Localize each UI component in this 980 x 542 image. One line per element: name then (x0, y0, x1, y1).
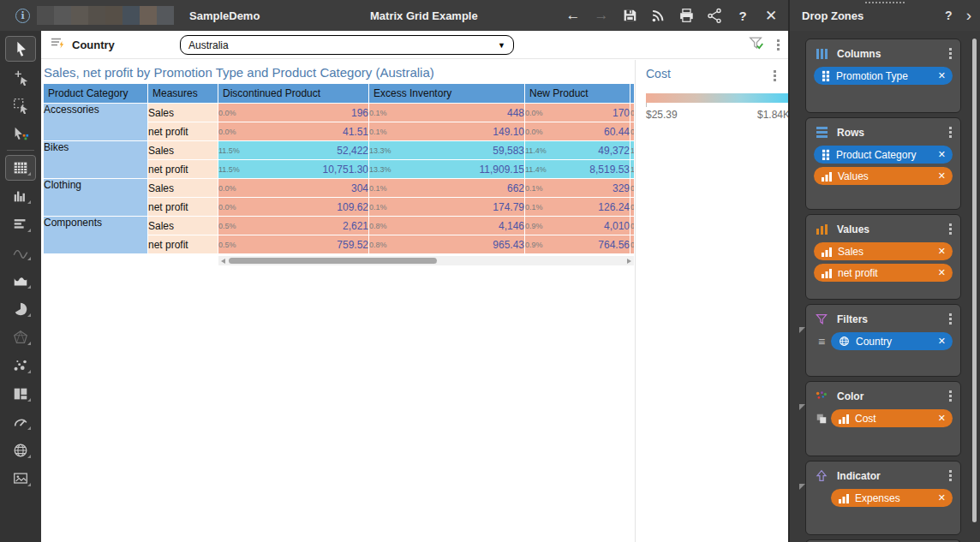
matrix-cell[interactable]: 0.9%764.56 (525, 235, 630, 254)
section-menu-icon[interactable] (946, 123, 955, 141)
drop-zones-help-icon[interactable]: ? (945, 9, 953, 22)
measure-cell[interactable]: Sales (148, 141, 218, 160)
area-chart-tool[interactable] (0, 266, 41, 295)
remove-icon[interactable]: ✕ (938, 267, 946, 278)
matrix-cell[interactable]: 11.4%8,519.53 (525, 160, 630, 179)
matrix-cell[interactable]: 0.0%60.44 (525, 122, 630, 141)
matrix-cell[interactable]: 0.1%126.24 (525, 198, 630, 217)
remove-icon[interactable]: ✕ (938, 413, 946, 424)
matrix-cell[interactable]: 0.1%329 (525, 179, 630, 198)
column-header[interactable]: Product Category (44, 84, 148, 104)
scatter-chart-tool[interactable] (0, 351, 41, 379)
collapse-panel-icon[interactable]: › (966, 9, 971, 21)
radar-chart-tool[interactable] (0, 323, 41, 351)
matrix-cell[interactable]: 0.8%965.43 (369, 235, 525, 254)
help-icon[interactable]: ? (732, 5, 753, 26)
matrix-cell[interactable]: 0.0%196 (218, 104, 369, 122)
matrix-cell[interactable]: 0.5%759.52 (218, 235, 369, 254)
close-icon[interactable]: ✕ (761, 5, 781, 26)
section-menu-icon[interactable] (946, 467, 955, 485)
scroll-left-icon[interactable] (221, 259, 225, 264)
panel-gripper[interactable] (865, 2, 905, 3)
measure-cell[interactable]: net profit (148, 160, 218, 179)
gauge-tool[interactable] (0, 408, 41, 436)
add-widget-tool[interactable] (0, 63, 41, 91)
pill-product-category[interactable]: Product Category ✕ (814, 146, 953, 164)
layers-icon[interactable] (814, 413, 829, 425)
pill-expenses[interactable]: Expenses ✕ (831, 489, 953, 507)
column-header[interactable]: Measures (148, 84, 218, 104)
section-menu-icon[interactable] (946, 45, 955, 63)
matrix-cell[interactable]: 0.0%304 (218, 179, 369, 198)
scrollbar-thumb[interactable] (229, 258, 437, 264)
save-icon[interactable] (619, 5, 640, 26)
measure-cell[interactable]: net profit (148, 198, 218, 217)
matrix-cell[interactable]: 11.5%10,751.30 (218, 160, 369, 179)
pill-cost[interactable]: Cost ✕ (831, 409, 953, 427)
country-dropdown[interactable]: Australia ▼ (180, 35, 514, 55)
remove-icon[interactable]: ✕ (938, 170, 946, 182)
remove-icon[interactable]: ✕ (938, 70, 946, 81)
pill-net-profit[interactable]: net profit ✕ (814, 264, 953, 282)
filter-menu-icon[interactable] (774, 36, 783, 54)
matrix-cell[interactable]: 0.1%174.79 (369, 198, 525, 217)
pill-sales[interactable]: Sales ✕ (814, 242, 953, 260)
info-icon[interactable]: i (15, 9, 30, 23)
matrix-cell[interactable]: 13.3%59,583 (369, 141, 525, 160)
drop-zone-columns[interactable]: Columns Promotion Type ✕ (805, 39, 961, 113)
matrix-cell[interactable]: 11.4%49,372 (525, 141, 630, 160)
drop-zone-color[interactable]: Color Cost ✕ (805, 381, 961, 456)
forward-icon[interactable]: → (591, 5, 612, 26)
matrix-cell[interactable]: 0.0%109.62 (218, 198, 369, 217)
measure-cell[interactable]: net profit (148, 122, 218, 141)
category-cell[interactable]: Components (44, 217, 148, 254)
section-menu-icon[interactable] (946, 387, 955, 405)
column-header[interactable]: Discontinued Product (218, 84, 369, 104)
spline-chart-tool[interactable] (0, 238, 41, 266)
pie-chart-tool[interactable] (0, 295, 41, 323)
measure-cell[interactable]: Sales (148, 179, 218, 198)
filter-list-icon[interactable]: ≡ (814, 337, 829, 347)
measure-cell[interactable]: net profit (148, 235, 218, 254)
remove-icon[interactable]: ✕ (938, 149, 946, 160)
remove-icon[interactable]: ✕ (938, 492, 946, 503)
drop-zone-rows[interactable]: Rows Product Category ✕ Values ✕ (805, 117, 961, 210)
drop-zone-indicator[interactable]: Indicator Expenses ✕ (805, 461, 961, 535)
print-icon[interactable] (676, 5, 696, 26)
drop-zone-values[interactable]: Values Sales ✕ net profit ✕ (805, 214, 961, 300)
section-menu-icon[interactable] (946, 220, 955, 238)
collapse-marker[interactable] (799, 327, 805, 333)
publish-rss-icon[interactable] (648, 5, 668, 26)
grid-widget-tool[interactable] (0, 153, 41, 182)
category-cell[interactable]: Bikes (44, 141, 148, 179)
column-header[interactable]: Excess Inventory (369, 84, 525, 104)
select-tool[interactable] (0, 34, 41, 63)
marquee-select-tool[interactable] (0, 91, 41, 119)
bar-chart-tool[interactable] (0, 210, 41, 238)
pill-promotion-type[interactable]: Promotion Type ✕ (814, 67, 953, 85)
column-header[interactable]: New Product (525, 84, 630, 104)
matrix-cell[interactable]: 0.5%2,621 (218, 217, 369, 235)
collapse-marker[interactable] (799, 404, 805, 410)
column-chart-tool[interactable] (0, 182, 41, 210)
measure-cell[interactable]: Sales (148, 217, 218, 235)
remove-icon[interactable]: ✕ (938, 336, 946, 347)
category-cell[interactable]: Clothing (44, 179, 148, 217)
scroll-right-icon[interactable] (627, 259, 631, 264)
remove-icon[interactable]: ✕ (938, 246, 946, 257)
matrix-cell[interactable]: 0.1%149.10 (369, 122, 525, 141)
matrix-cell[interactable]: 0.1%448 (369, 104, 525, 122)
matrix-cell[interactable]: 13.3%11,909.15 (369, 160, 525, 179)
matrix-cell[interactable]: 0.8%4,146 (369, 217, 525, 235)
category-cell[interactable]: Accessories (44, 104, 148, 141)
section-menu-icon[interactable] (946, 310, 955, 328)
share-icon[interactable] (704, 5, 725, 26)
treemap-tool[interactable] (0, 379, 41, 408)
collapse-marker[interactable] (799, 484, 805, 490)
matrix-cell[interactable]: 0.0%41.51 (218, 122, 369, 141)
pill-country[interactable]: Country ✕ (831, 332, 953, 350)
measure-cell[interactable]: Sales (148, 104, 218, 122)
back-icon[interactable]: ← (563, 5, 583, 26)
panel-scrollbar[interactable] (972, 39, 977, 522)
drop-zone-filters[interactable]: Filters ≡ Country ✕ (805, 304, 961, 377)
